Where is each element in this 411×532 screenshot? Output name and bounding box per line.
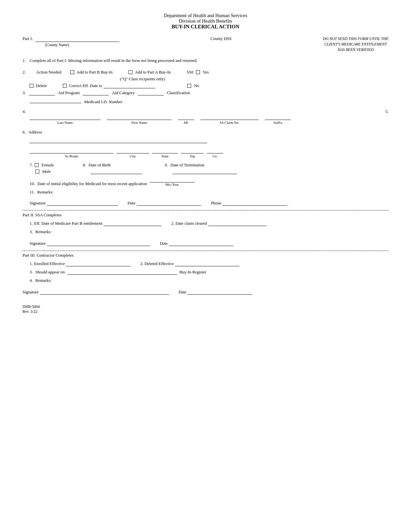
- item9-num: 9.: [165, 163, 168, 168]
- classification-value[interactable]: [138, 90, 164, 95]
- stroute-line[interactable]: [30, 148, 113, 153]
- q-class-label: ("Q" Class recipients only): [120, 76, 165, 82]
- co-label: Co.: [212, 154, 218, 158]
- part-3: Part III. Contractor Completes 1. Enroll…: [23, 253, 388, 295]
- checkbox-add-part-a[interactable]: Add to Part A Buy-In: [129, 70, 171, 75]
- mi-field: MI: [178, 115, 194, 124]
- no-checkbox[interactable]: [187, 84, 191, 88]
- checkbox-add-part-a-box[interactable]: [129, 70, 132, 74]
- form-number: DHB-5004: [23, 304, 388, 309]
- item-3: 3. Aid Program Aid Category Classificati…: [23, 90, 388, 104]
- ssi-area: SSI: Yes: [187, 70, 209, 75]
- dob-line[interactable]: [91, 169, 142, 174]
- part3-enrolled-line[interactable]: [66, 261, 131, 266]
- instruction-2-num: 2.: [23, 70, 30, 75]
- address-line1[interactable]: [30, 137, 207, 143]
- suffix-line[interactable]: [265, 115, 291, 120]
- part2-sig-line[interactable]: [47, 241, 150, 246]
- male-checkbox[interactable]: [35, 170, 39, 173]
- item6-num: 6.: [23, 130, 26, 135]
- do-not-send-line3: HAS BEEN VERIFIED: [323, 47, 388, 53]
- female-checkbox[interactable]: [35, 163, 39, 167]
- item6-label: Address: [28, 130, 42, 135]
- checkbox-add-part-b[interactable]: Add to Part B Buy-In: [70, 70, 113, 75]
- last-name-line[interactable]: [30, 115, 101, 120]
- checkbox-correct-eff[interactable]: Correct Eff. Date to: [63, 83, 155, 88]
- last-name-field: Last Name: [30, 115, 101, 124]
- add-part-b-label: Add to Part B Buy-In: [76, 70, 113, 75]
- zip-line[interactable]: [181, 148, 204, 153]
- part-i-label: Part I.: [23, 36, 33, 41]
- part3-date-line[interactable]: [188, 290, 252, 295]
- part2-date-line[interactable]: [169, 241, 233, 246]
- mi-label: MI: [184, 121, 188, 124]
- suffix-label: Suffix: [273, 121, 282, 124]
- should-appear-line[interactable]: [67, 270, 177, 275]
- part1-sig-row: Signature Date Phone: [30, 201, 388, 206]
- zip-field: Zip: [181, 148, 204, 158]
- checkbox-delete-box[interactable]: [30, 84, 34, 88]
- part-2: Part II. SSA Completes 1. Eff. Date of M…: [23, 212, 388, 246]
- mi-line[interactable]: [178, 115, 194, 120]
- suffix-field: Suffix: [265, 115, 291, 124]
- part2-eff-date-line[interactable]: [103, 221, 161, 226]
- ss-claim-field: SS Claim No.: [201, 115, 259, 124]
- footer: DHB-5004 Rev. 3/22: [23, 304, 388, 314]
- do-not-send-line1: DO NOT SEND THIS FORM UNTIL THE: [323, 36, 388, 42]
- part2-item2-label: 2. Date claim cleared: [171, 221, 207, 226]
- action-row: 2. Action Needed Add to Part B Buy-In Ad…: [23, 70, 388, 75]
- yes-label: Yes: [203, 70, 209, 75]
- correct-eff-label: Correct Eff. Date to: [69, 83, 102, 88]
- state-line[interactable]: [152, 148, 178, 153]
- first-name-label: First Name: [131, 121, 147, 124]
- date-label-1: Date: [128, 201, 136, 206]
- aid-category-value[interactable]: [83, 90, 109, 95]
- item11-label: Remarks:: [37, 190, 54, 195]
- item5-num: 5.: [385, 109, 388, 114]
- part3-item3-num: 3.: [30, 270, 33, 275]
- part3-deleted-line[interactable]: [175, 261, 240, 266]
- state-field: State: [152, 148, 178, 158]
- zip-label: Zip: [190, 154, 195, 158]
- phone-line-1[interactable]: [223, 201, 287, 206]
- part2-date-cleared-line[interactable]: [208, 221, 266, 226]
- mo-year-line[interactable]: [150, 177, 195, 182]
- checkbox-add-part-b-box[interactable]: [70, 70, 74, 74]
- ssi-label: SSI:: [187, 70, 194, 75]
- part2-sig-label: Signature: [30, 241, 46, 246]
- part2-item3-num: 3.: [30, 229, 33, 234]
- part2-label: Part II. SSA Completes: [23, 212, 388, 218]
- buy-in-register-label: Buy-In Register: [180, 270, 206, 275]
- medicaid-id-value[interactable]: [30, 98, 81, 103]
- city-line[interactable]: [117, 148, 149, 153]
- correct-eff-value[interactable]: [103, 83, 155, 88]
- checkbox-delete[interactable]: Delete: [30, 83, 47, 88]
- header-line3: BUY-IN CLERICAL ACTION: [23, 24, 388, 30]
- checkbox-correct-eff-box[interactable]: [63, 84, 67, 88]
- ssi-checkbox[interactable]: [196, 70, 200, 74]
- no-label: No: [194, 83, 199, 88]
- termination-label: Date of Termination: [171, 163, 204, 168]
- sig-line-1[interactable]: [47, 201, 118, 206]
- sig-label-1: Signature: [30, 201, 46, 206]
- county-name-line[interactable]: [35, 36, 119, 42]
- county-dss-label: County DSS: [210, 36, 231, 41]
- item10-num: 10.: [30, 181, 35, 186]
- first-name-line[interactable]: [107, 115, 171, 120]
- ss-claim-line[interactable]: [201, 115, 259, 120]
- aid-category-label: Aid Category: [112, 90, 134, 95]
- termination-line[interactable]: [172, 169, 237, 174]
- item11-num: 11.: [30, 190, 35, 195]
- male-label: Male: [42, 169, 51, 174]
- aid-program-label: Aid Program: [58, 90, 80, 95]
- part2-eff-date-label: Eff. Date of Medicare Part B entitlement: [34, 221, 103, 226]
- date-line-1[interactable]: [137, 201, 201, 206]
- item-6: 6. Address St./Route City State Zip: [23, 130, 388, 158]
- instruction-1-text: Complete all of Part I. Missing informat…: [30, 58, 198, 63]
- aid-program-value[interactable]: [29, 90, 55, 95]
- city-field: City: [117, 148, 149, 158]
- phone-label-1: Phone: [211, 201, 221, 206]
- page-header: Department of Health and Human Services …: [23, 13, 388, 30]
- co-line[interactable]: [207, 148, 223, 153]
- part3-sig-line[interactable]: [40, 290, 169, 295]
